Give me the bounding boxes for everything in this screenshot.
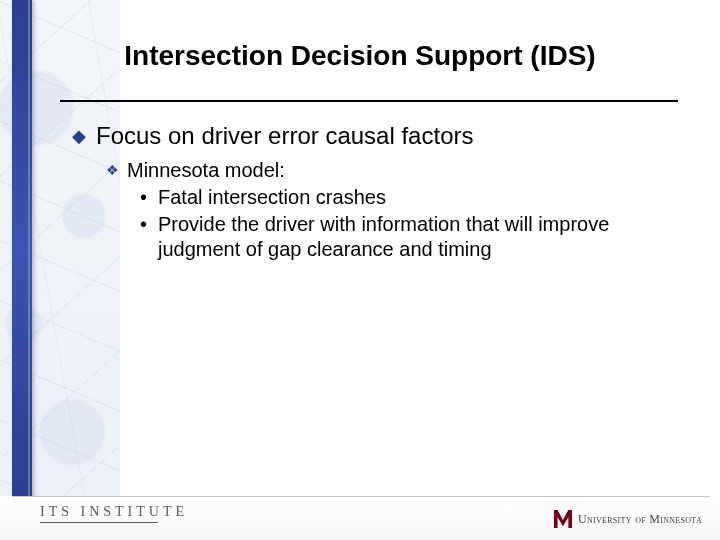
left-accent-bar (12, 0, 32, 500)
umn-logo-text: University of Minnesota (578, 512, 702, 527)
bullet-level-3: • Fatal intersection crashes (140, 185, 670, 210)
slide: Intersection Decision Support (IDS) ◆ Fo… (0, 0, 720, 540)
bullet-level-3: • Provide the driver with information th… (140, 212, 670, 262)
slide-body: ◆ Focus on driver error causal factors ❖… (72, 122, 670, 264)
its-logo-subtext (40, 525, 188, 530)
umn-m-icon (554, 510, 572, 528)
bullet-l2-text: Minnesota model: (127, 158, 285, 183)
bullet-level-2: ❖ Minnesota model: (106, 158, 670, 183)
bullet-l1-text: Focus on driver error causal factors (96, 122, 473, 150)
title-underline (60, 100, 678, 102)
footer: ITS INSTITUTE University of Minnesota (0, 496, 720, 540)
university-logo: University of Minnesota (554, 510, 702, 528)
its-institute-logo: ITS INSTITUTE (40, 505, 188, 530)
diamond-bullet-icon: ◆ (72, 122, 86, 150)
clover-bullet-icon: ❖ (106, 158, 119, 182)
bullet-level-1: ◆ Focus on driver error causal factors (72, 122, 670, 150)
slide-title: Intersection Decision Support (IDS) (0, 40, 720, 72)
bullet-l3b-text: Provide the driver with information that… (158, 212, 670, 262)
its-logo-text: ITS INSTITUTE (40, 504, 188, 519)
dot-bullet-icon: • (140, 212, 148, 236)
dot-bullet-icon: • (140, 185, 148, 209)
bullet-l3a-text: Fatal intersection crashes (158, 185, 670, 210)
its-logo-rule (40, 522, 158, 523)
